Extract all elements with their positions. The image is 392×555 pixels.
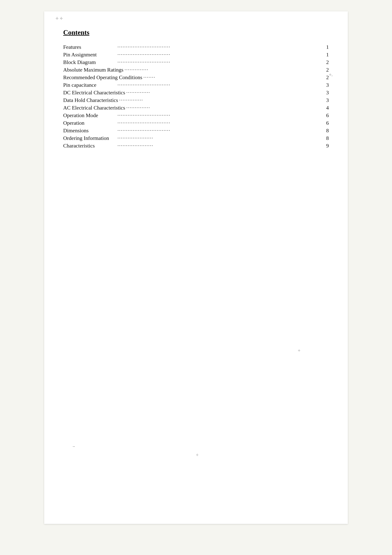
page-title: Contents (63, 29, 329, 37)
toc-page-number: 4 (323, 105, 329, 111)
list-item: Ordering Information····················… (63, 135, 329, 141)
side-mark-bottom-right: ÷ (298, 348, 300, 353)
toc-label: Ordering Information (63, 135, 116, 141)
toc-dots: ·············· (126, 105, 322, 111)
toc-label: Block Diagram (63, 59, 116, 65)
toc-page-number: 9 (323, 143, 329, 149)
toc-label: Pin Assignment (63, 52, 116, 58)
page: ÷ ÷ Contents Features···················… (44, 11, 348, 524)
list-item: Dimensions······························… (63, 128, 329, 134)
toc-dots: ····················· (117, 135, 322, 141)
list-item: Pin capacitance·························… (63, 82, 329, 88)
toc-dots: ······························· (117, 44, 322, 50)
toc-page-number: 6 (323, 120, 329, 126)
toc-label: Dimensions (63, 128, 116, 134)
toc-dots: ······· (144, 74, 322, 80)
toc-dots: ····················· (117, 143, 322, 149)
list-item: Recommended Operating Conditions·······2 (63, 74, 329, 80)
toc-page-number: 8 (323, 135, 329, 141)
toc-label: AC Electrical Characteristics (63, 105, 125, 111)
corner-marks: ÷ ÷ (56, 15, 63, 22)
toc-label: DC Electrical Characteristics (63, 90, 125, 96)
list-item: Absolute Maximum Ratings··············2 (63, 67, 329, 73)
list-item: Characteristics·····················9 (63, 143, 329, 149)
toc-page-number: 2 (323, 59, 329, 65)
toc-dots: ·············· (126, 90, 322, 96)
toc-page-number: 2 (323, 74, 329, 80)
toc-label: Pin capacitance (63, 82, 116, 88)
list-item: Operation Mode··························… (63, 112, 329, 118)
toc-dots: ······························· (117, 82, 322, 88)
toc-label: Data Hold Characteristics (63, 97, 118, 103)
list-item: Data Hold Characteristics··············3 (63, 97, 329, 103)
list-item: Operation·······························… (63, 120, 329, 126)
toc-page-number: 3 (323, 97, 329, 103)
toc-label: Characteristics (63, 143, 116, 149)
list-item: Block Diagram···························… (63, 59, 329, 65)
toc-page-number: 3 (323, 82, 329, 88)
toc-label: Operation (63, 120, 116, 126)
toc-dots: ······························· (117, 59, 322, 65)
bottom-mark: .. (73, 443, 75, 448)
bottom-mark-center: ÷ (196, 452, 198, 457)
toc-page-number: 6 (323, 112, 329, 118)
toc-page-number: 3 (323, 90, 329, 96)
toc-dots: ······························· (117, 52, 322, 58)
toc-label: Recommended Operating Conditions (63, 74, 142, 80)
toc-dots: ·············· (124, 67, 322, 73)
toc-page-number: 1 (323, 52, 329, 58)
toc-page-number: 2 (323, 67, 329, 73)
list-item: Features·······························1 (63, 44, 329, 50)
toc-dots: ·············· (119, 97, 322, 103)
toc-label: Operation Mode (63, 112, 116, 118)
list-item: AC Electrical Characteristics···········… (63, 105, 329, 111)
list-item: Pin Assignment··························… (63, 52, 329, 58)
toc-dots: ······························· (117, 112, 322, 118)
toc-page-number: 1 (323, 44, 329, 50)
table-of-contents: Features·······························1… (63, 44, 329, 149)
side-mark-right: ÷. (329, 72, 333, 77)
list-item: DC Electrical Characteristics···········… (63, 90, 329, 96)
toc-label: Absolute Maximum Ratings (63, 67, 123, 73)
toc-dots: ······························· (117, 120, 322, 126)
toc-page-number: 8 (323, 128, 329, 134)
toc-dots: ······························· (117, 128, 322, 134)
toc-label: Features (63, 44, 116, 50)
